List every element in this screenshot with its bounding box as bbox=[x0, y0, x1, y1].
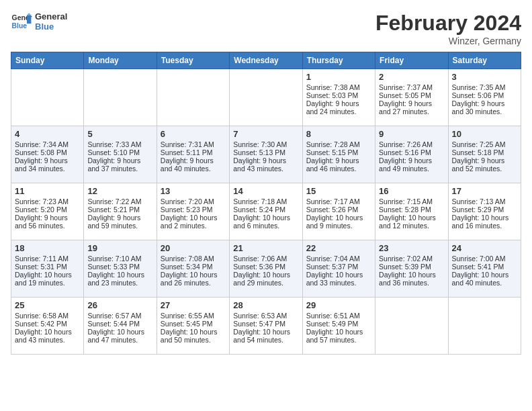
day-info: Daylight: 10 hours and 29 minutes. bbox=[233, 271, 298, 287]
day-info: Daylight: 10 hours and 40 minutes. bbox=[452, 271, 517, 287]
day-info: Daylight: 10 hours and 43 minutes. bbox=[15, 328, 80, 344]
day-info: Sunset: 5:11 PM bbox=[161, 148, 226, 156]
calendar-cell: 9Sunrise: 7:26 AMSunset: 5:16 PMDaylight… bbox=[375, 126, 448, 183]
day-info: Sunset: 5:15 PM bbox=[306, 148, 371, 156]
day-info: Sunset: 5:41 PM bbox=[452, 263, 517, 271]
svg-text:Blue: Blue bbox=[12, 22, 28, 30]
day-info: Sunrise: 6:57 AM bbox=[87, 312, 152, 320]
day-info: Sunset: 5:03 PM bbox=[306, 91, 371, 99]
day-info: Sunrise: 7:22 AM bbox=[87, 197, 152, 205]
day-info: Sunset: 5:05 PM bbox=[379, 91, 444, 99]
day-info: Sunrise: 7:34 AM bbox=[15, 140, 80, 148]
day-info: Sunrise: 7:11 AM bbox=[15, 255, 80, 263]
calendar-cell: 14Sunrise: 7:18 AMSunset: 5:24 PMDayligh… bbox=[230, 183, 302, 240]
day-number: 1 bbox=[306, 72, 371, 82]
day-number: 19 bbox=[87, 243, 152, 253]
day-number: 28 bbox=[233, 300, 298, 310]
calendar-cell: 20Sunrise: 7:08 AMSunset: 5:34 PMDayligh… bbox=[157, 240, 229, 298]
day-info: Sunrise: 7:06 AM bbox=[233, 255, 298, 263]
col-header-wednesday: Wednesday bbox=[230, 52, 302, 69]
location: Winzer, Germany bbox=[375, 36, 521, 46]
day-info: Sunset: 5:29 PM bbox=[452, 205, 517, 214]
title-block: February 2024 Winzer, Germany bbox=[375, 11, 521, 46]
day-info: Sunrise: 7:25 AM bbox=[452, 140, 517, 148]
day-info: Daylight: 9 hours and 59 minutes. bbox=[87, 214, 152, 230]
day-number: 17 bbox=[452, 186, 517, 196]
day-number: 27 bbox=[161, 300, 226, 310]
day-info: Sunset: 5:44 PM bbox=[87, 320, 152, 328]
day-info: Sunrise: 6:51 AM bbox=[306, 312, 371, 320]
day-info: Sunrise: 7:04 AM bbox=[306, 255, 371, 263]
calendar-cell: 27Sunrise: 6:55 AMSunset: 5:45 PMDayligh… bbox=[157, 298, 229, 355]
week-row-2: 4Sunrise: 7:34 AMSunset: 5:08 PMDaylight… bbox=[11, 126, 521, 183]
day-info: Sunset: 5:45 PM bbox=[161, 320, 226, 328]
calendar-cell: 1Sunrise: 7:38 AMSunset: 5:03 PMDaylight… bbox=[302, 69, 375, 126]
day-number: 25 bbox=[15, 300, 80, 310]
day-number: 3 bbox=[452, 72, 517, 82]
week-row-5: 25Sunrise: 6:58 AMSunset: 5:42 PMDayligh… bbox=[11, 298, 521, 355]
day-number: 22 bbox=[306, 243, 371, 253]
col-header-thursday: Thursday bbox=[302, 52, 375, 69]
calendar-cell: 4Sunrise: 7:34 AMSunset: 5:08 PMDaylight… bbox=[11, 126, 84, 183]
day-info: Daylight: 9 hours and 56 minutes. bbox=[15, 214, 80, 230]
week-row-1: 1Sunrise: 7:38 AMSunset: 5:03 PMDaylight… bbox=[11, 69, 521, 126]
calendar-cell bbox=[230, 69, 302, 126]
day-info: Sunset: 5:20 PM bbox=[15, 205, 80, 214]
day-number: 15 bbox=[306, 186, 371, 196]
day-info: Sunrise: 7:08 AM bbox=[161, 255, 226, 263]
day-info: Daylight: 10 hours and 9 minutes. bbox=[306, 214, 371, 230]
calendar-cell bbox=[84, 69, 157, 126]
day-info: Sunrise: 7:26 AM bbox=[379, 140, 444, 148]
day-info: Sunset: 5:18 PM bbox=[452, 148, 517, 156]
day-info: Daylight: 9 hours and 40 minutes. bbox=[161, 156, 226, 173]
day-number: 24 bbox=[452, 243, 517, 253]
day-info: Sunrise: 7:30 AM bbox=[233, 140, 298, 148]
day-info: Sunset: 5:33 PM bbox=[87, 263, 152, 271]
day-info: Sunset: 5:26 PM bbox=[306, 205, 371, 214]
day-info: Sunrise: 6:53 AM bbox=[233, 312, 298, 320]
day-info: Daylight: 10 hours and 6 minutes. bbox=[233, 214, 298, 230]
day-info: Sunset: 5:47 PM bbox=[233, 320, 298, 328]
day-info: Daylight: 9 hours and 49 minutes. bbox=[379, 156, 444, 173]
day-info: Daylight: 9 hours and 43 minutes. bbox=[233, 156, 298, 173]
day-info: Sunrise: 6:58 AM bbox=[15, 312, 80, 320]
day-number: 2 bbox=[379, 72, 444, 82]
day-number: 29 bbox=[306, 300, 371, 310]
col-header-friday: Friday bbox=[375, 52, 448, 69]
day-info: Daylight: 10 hours and 57 minutes. bbox=[306, 328, 371, 344]
day-info: Daylight: 9 hours and 34 minutes. bbox=[15, 156, 80, 173]
logo: General Blue General Blue bbox=[11, 11, 67, 32]
day-info: Sunset: 5:23 PM bbox=[161, 205, 226, 214]
day-info: Sunrise: 7:37 AM bbox=[379, 83, 444, 91]
calendar-cell: 8Sunrise: 7:28 AMSunset: 5:15 PMDaylight… bbox=[302, 126, 375, 183]
svg-marker-2 bbox=[27, 15, 31, 24]
calendar-cell: 25Sunrise: 6:58 AMSunset: 5:42 PMDayligh… bbox=[11, 298, 84, 355]
col-header-saturday: Saturday bbox=[448, 52, 521, 69]
day-number: 4 bbox=[15, 129, 80, 139]
day-number: 21 bbox=[233, 243, 298, 253]
logo-line2: Blue bbox=[35, 21, 67, 32]
day-info: Daylight: 10 hours and 23 minutes. bbox=[87, 271, 152, 287]
day-info: Daylight: 10 hours and 33 minutes. bbox=[306, 271, 371, 287]
day-info: Sunrise: 7:38 AM bbox=[306, 83, 371, 91]
day-info: Sunrise: 7:10 AM bbox=[87, 255, 152, 263]
calendar-cell bbox=[375, 298, 448, 355]
month-title: February 2024 bbox=[375, 11, 521, 36]
day-info: Sunset: 5:24 PM bbox=[233, 205, 298, 214]
day-number: 6 bbox=[161, 129, 226, 139]
day-info: Sunrise: 7:23 AM bbox=[15, 197, 80, 205]
day-info: Sunset: 5:10 PM bbox=[87, 148, 152, 156]
day-info: Sunset: 5:49 PM bbox=[306, 320, 371, 328]
week-row-3: 11Sunrise: 7:23 AMSunset: 5:20 PMDayligh… bbox=[11, 183, 521, 240]
day-info: Sunset: 5:36 PM bbox=[233, 263, 298, 271]
day-info: Sunrise: 7:15 AM bbox=[379, 197, 444, 205]
day-info: Daylight: 9 hours and 37 minutes. bbox=[87, 156, 152, 173]
day-number: 13 bbox=[161, 186, 226, 196]
col-header-tuesday: Tuesday bbox=[157, 52, 229, 69]
day-info: Sunset: 5:08 PM bbox=[15, 148, 80, 156]
calendar-cell: 22Sunrise: 7:04 AMSunset: 5:37 PMDayligh… bbox=[302, 240, 375, 298]
day-info: Daylight: 10 hours and 26 minutes. bbox=[161, 271, 226, 287]
day-info: Daylight: 10 hours and 12 minutes. bbox=[379, 214, 444, 230]
calendar-cell: 24Sunrise: 7:00 AMSunset: 5:41 PMDayligh… bbox=[448, 240, 521, 298]
calendar-cell bbox=[157, 69, 229, 126]
